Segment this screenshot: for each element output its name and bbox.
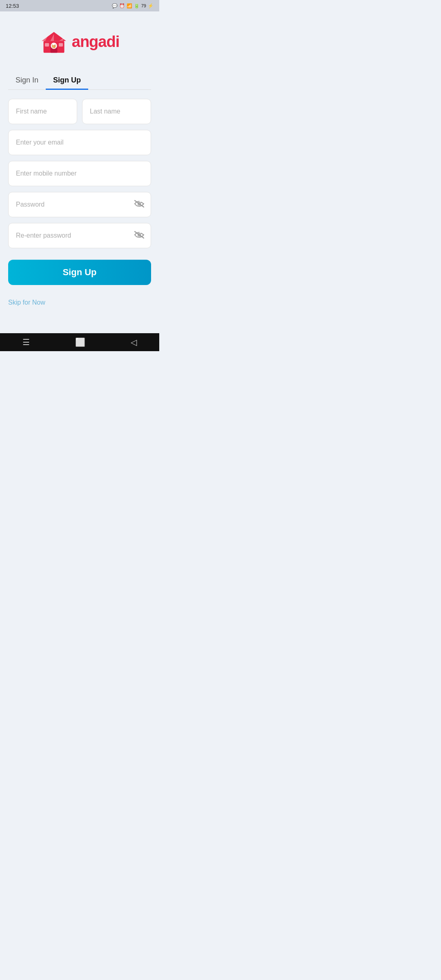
repassword-visibility-toggle-icon[interactable] [134,231,145,241]
repassword-input[interactable] [8,223,151,248]
mobile-wrapper [8,161,151,186]
tab-signup[interactable]: Sign Up [46,72,88,90]
svg-rect-7 [59,43,63,47]
first-name-wrapper [8,99,77,124]
signup-button[interactable]: Sign Up [8,260,151,285]
charging-icon: ⚡ [148,3,154,9]
signup-form: Sign Up Skip for Now [8,99,151,306]
mobile-input[interactable] [8,161,151,186]
svg-rect-6 [45,43,49,47]
password-input[interactable] [8,192,151,217]
brand-name: angadi [72,33,119,51]
status-bar: 12:53 💬 ⏰ 📶 🔋 79 ⚡ [0,0,159,11]
status-time: 12:53 [6,3,19,9]
battery-level: 79 [141,3,146,8]
tab-signin[interactable]: Sign In [8,72,46,90]
menu-icon[interactable]: ☰ [22,337,30,347]
skip-link[interactable]: Skip for Now [8,299,151,306]
last-name-input[interactable] [82,99,151,124]
first-name-input[interactable] [8,99,77,124]
bottom-nav: ☰ ⬜ ◁ [0,333,159,351]
email-input[interactable] [8,130,151,155]
signal-icon: 📶 [127,3,132,9]
password-wrapper [8,192,151,217]
home-square-icon[interactable]: ⬜ [75,337,85,347]
last-name-wrapper [82,99,151,124]
logo-area: 🧺 angadi [40,28,119,56]
repassword-wrapper [8,223,151,248]
back-icon[interactable]: ◁ [131,337,137,347]
email-wrapper [8,130,151,155]
store-logo-icon: 🧺 [40,28,68,56]
status-icons: 💬 ⏰ 📶 🔋 79 ⚡ [112,3,154,9]
svg-text:🧺: 🧺 [51,44,56,49]
battery-icon: 🔋 [134,3,140,9]
alarm-icon: ⏰ [119,3,125,9]
tabs-container: Sign In Sign Up [8,72,151,90]
password-visibility-toggle-icon[interactable] [134,200,145,209]
name-row [8,99,151,124]
whatsapp-icon: 💬 [112,3,118,9]
main-content: 🧺 angadi Sign In Sign Up [0,11,159,333]
